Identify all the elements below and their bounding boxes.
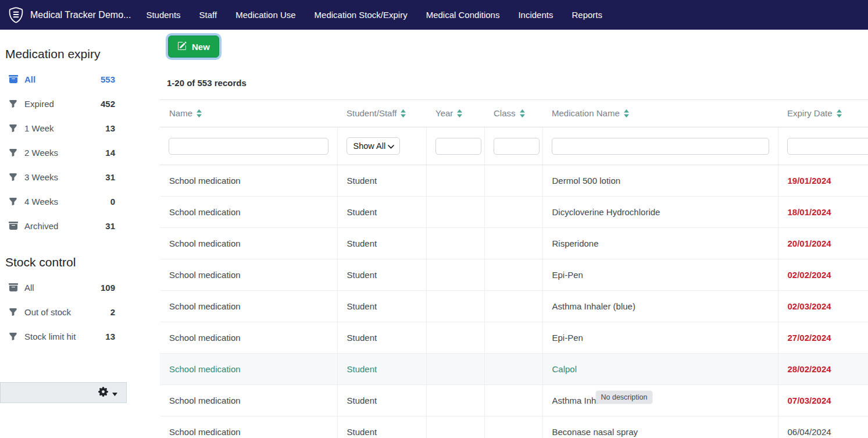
cell-year (426, 259, 484, 291)
cell-medication: Beconase nasal spray (542, 416, 778, 438)
sidebar-item-count: 109 (101, 283, 115, 293)
cell-name: School medication (160, 197, 337, 228)
cell-name: School medication (160, 291, 337, 322)
cell-class (484, 385, 542, 416)
sidebar-item-out-of-stock[interactable]: Out of stock 2 (0, 300, 127, 324)
table-row[interactable]: School medication Student Epi-Pen 27/02/… (160, 322, 868, 354)
table-row[interactable]: School medication Student Risperidone 20… (160, 228, 868, 259)
sidebar-item-count: 553 (101, 74, 115, 84)
cell-year (426, 354, 484, 385)
nav-item-reports[interactable]: Reports (562, 0, 612, 30)
sidebar-item-stock-all[interactable]: All 109 (0, 275, 127, 300)
cell-student-staff: Student (337, 228, 426, 259)
sidebar-item-label: Out of stock (24, 307, 110, 317)
table-row[interactable]: School medication Student Asthma Inhaler… (160, 385, 868, 416)
sidebar-item-3-weeks[interactable]: 3 Weeks 31 (0, 165, 127, 189)
student-staff-filter-select[interactable]: Show All (347, 137, 400, 155)
sidebar-item-label: All (24, 283, 101, 293)
caret-down-icon (112, 388, 117, 398)
sidebar-item-2-weeks[interactable]: 2 Weeks 14 (0, 140, 127, 165)
sidebar-item-stock-limit-hit[interactable]: Stock limit hit 13 (0, 324, 127, 348)
cell-class (484, 197, 542, 228)
sidebar-item-expired[interactable]: Expired 452 (0, 91, 127, 116)
sidebar-item-count: 0 (110, 197, 115, 206)
sidebar-item-4-weeks[interactable]: 4 Weeks 0 (0, 189, 127, 213)
column-header-class[interactable]: Class (484, 100, 542, 127)
nav-item-staff[interactable]: Staff (190, 0, 227, 30)
gear-icon (98, 387, 108, 398)
table-row[interactable]: School medication Student Epi-Pen 02/02/… (160, 259, 868, 291)
sidebar-item-count: 13 (105, 123, 115, 133)
table-row[interactable]: School medication Student Dermol 500 lot… (160, 165, 868, 197)
cell-student-staff: Student (337, 291, 426, 322)
sidebar-item-expiry-all[interactable]: All 553 (0, 67, 127, 91)
sort-icon (520, 109, 525, 119)
cell-student-staff: Student (337, 416, 426, 438)
sort-icon (401, 109, 406, 119)
sort-icon (457, 109, 462, 119)
cell-expiry: 02/03/2024 (778, 291, 868, 322)
funnel-icon (9, 123, 18, 133)
sidebar-section-title-stock-control: Stock control (5, 255, 127, 269)
sidebar-item-1-week[interactable]: 1 Week 13 (0, 116, 127, 140)
medication-name-filter-input[interactable] (552, 138, 769, 155)
new-record-button-label: New (192, 42, 210, 52)
table-row[interactable]: School medication Student Dicycloverine … (160, 197, 868, 228)
shield-logo-icon (8, 6, 24, 24)
funnel-icon (9, 307, 18, 316)
sidebar-item-count: 31 (105, 221, 115, 231)
cell-student-staff: Student (337, 322, 426, 354)
sort-icon (837, 109, 842, 119)
sidebar-section-title-medication-expiry: Medication expiry (5, 47, 127, 61)
cell-medication: Asthma Inhaler (blue) (542, 291, 778, 322)
column-header-student-staff[interactable]: Student/Staff (337, 100, 426, 127)
cell-year (426, 416, 484, 438)
cell-class (484, 259, 542, 291)
column-header-year[interactable]: Year (426, 100, 484, 127)
class-filter-input[interactable] (494, 138, 540, 155)
sidebar-item-archived[interactable]: Archived 31 (0, 213, 127, 238)
nav-item-incidents[interactable]: Incidents (509, 0, 562, 30)
settings-dropdown-button[interactable] (0, 382, 127, 403)
nav-item-medication-stock-expiry[interactable]: Medication Stock/Expiry (305, 0, 417, 30)
nav-item-medication-use[interactable]: Medication Use (226, 0, 305, 30)
cell-expiry: 06/04/2024 (778, 416, 868, 438)
nav-item-medical-conditions[interactable]: Medical Conditions (417, 0, 509, 30)
name-filter-input[interactable] (169, 138, 328, 155)
sidebar-item-label: 2 Weeks (24, 148, 105, 158)
column-header-medication-name[interactable]: Medication Name (542, 100, 778, 127)
cell-expiry: 18/01/2024 (778, 197, 868, 228)
funnel-icon (9, 99, 18, 108)
cell-name: School medication (160, 228, 337, 259)
sidebar-item-count: 31 (105, 172, 115, 182)
cell-class (484, 322, 542, 354)
table-row[interactable]: School medication Student Beconase nasal… (160, 416, 868, 438)
sort-icon (624, 109, 629, 119)
cell-class (484, 354, 542, 385)
column-header-expiry-date[interactable]: Expiry Date (778, 100, 868, 127)
cell-year (426, 165, 484, 197)
column-header-name[interactable]: Name (160, 100, 337, 127)
table-row[interactable]: School medication Student Calpol 28/02/2… (160, 354, 868, 385)
sort-icon (197, 109, 202, 119)
pencil-square-icon (177, 41, 187, 52)
sidebar-item-count: 14 (105, 148, 115, 158)
cell-medication: Dermol 500 lotion (542, 165, 778, 197)
funnel-icon (9, 148, 18, 157)
sidebar-item-count: 2 (110, 307, 115, 317)
nav-item-students[interactable]: Students (137, 0, 190, 30)
sidebar-item-label: Stock limit hit (24, 332, 105, 341)
cell-year (426, 385, 484, 416)
year-filter-input[interactable] (435, 138, 481, 155)
brand[interactable]: Medical Tracker Demo... (6, 6, 133, 24)
new-record-button[interactable]: New (168, 35, 219, 58)
table-filter-row: Show All (160, 127, 868, 165)
sidebar-item-label: Archived (24, 221, 105, 231)
cell-medication: Risperidone (542, 228, 778, 259)
table-row[interactable]: School medication Student Asthma Inhaler… (160, 291, 868, 322)
cell-expiry: 02/02/2024 (778, 259, 868, 291)
cell-class (484, 228, 542, 259)
cell-year (426, 228, 484, 259)
expiry-date-filter-input[interactable] (787, 138, 868, 155)
sidebar-item-label: 4 Weeks (24, 197, 110, 206)
